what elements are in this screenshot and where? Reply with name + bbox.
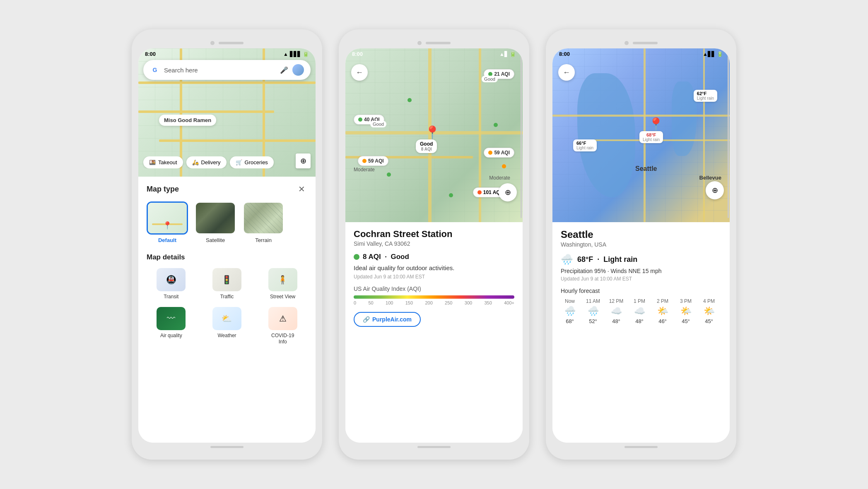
- terrain-thumb: [243, 201, 284, 235]
- close-icon: ✕: [298, 184, 305, 194]
- phone-1-top-bar: [138, 36, 316, 48]
- weather-main-row: 🌧️ 68°F · Light rain: [561, 254, 721, 265]
- phone-2-bottom-bar: [345, 443, 523, 453]
- phone-2-time: 8:00: [352, 51, 363, 57]
- hourly-4pm: 4 PM 🌤️ 45°: [700, 298, 718, 324]
- detail-air-quality[interactable]: 〰 Air quality: [147, 307, 196, 345]
- phone-2-camera: [417, 41, 422, 45]
- traffic-icon: 🚦: [222, 275, 232, 285]
- phone-3-bottom-bar: [552, 443, 730, 453]
- hourly-1pm: 1 PM ☁️ 48°: [630, 298, 649, 324]
- aqi-59-right-label: 59 AQI: [494, 150, 510, 156]
- main-weather-pin: 📍: [648, 117, 664, 132]
- map-details-grid: 🚇 Transit 🚦 Traffic 🧍: [147, 268, 307, 345]
- aqi-badge-59-left: 59 AQI: [358, 156, 388, 166]
- back-button-3[interactable]: ←: [558, 64, 575, 81]
- phone-1-speaker: [219, 42, 244, 44]
- detail-weather[interactable]: ⛅ Weather: [203, 307, 252, 345]
- close-button[interactable]: ✕: [296, 183, 307, 195]
- weather-details: Precipitation 95% · Winds NNE 15 mph: [561, 268, 721, 274]
- aqi-scale-bar: [354, 295, 514, 299]
- detail-street-view[interactable]: 🧍 Street View: [258, 268, 307, 300]
- hourly-3pm-icon: 🌤️: [680, 306, 692, 316]
- layers-button[interactable]: ⊕: [296, 153, 311, 168]
- weather-desc: Light rain: [603, 255, 637, 264]
- location-button-3[interactable]: ⊕: [706, 181, 724, 199]
- aqi-value: 8 AQI: [363, 253, 381, 261]
- hourly-forecast: Now 🌧️ 68° 11 AM 🌧️ 52° 12 PM ☁️ 4: [561, 298, 721, 324]
- panel-header: Map type ✕: [147, 183, 307, 195]
- search-bar[interactable]: G Search here 🎤: [143, 60, 311, 80]
- city-subtitle: Washington, USA: [561, 241, 721, 248]
- detail-covid[interactable]: ⚠ COVID-19 Info: [258, 307, 307, 345]
- scroll-indicator-2: [521, 53, 522, 218]
- hourly-12pm-time: 12 PM: [609, 298, 624, 304]
- phone-3-speaker: [633, 42, 658, 44]
- purpleair-label: PurpleAir.com: [372, 316, 412, 323]
- detail-traffic[interactable]: 🚦 Traffic: [203, 268, 252, 300]
- groceries-label: Groceries: [245, 159, 268, 165]
- covid-icon: ⚠: [279, 314, 287, 324]
- layers-icon: ⊕: [300, 156, 306, 165]
- main-temp-pin: 68°F Light rain: [639, 131, 663, 143]
- aqi-description: Ideal air quality for outdoor activities…: [354, 264, 514, 271]
- weather-icon: ⛅: [222, 314, 232, 324]
- phone-2-status-icons: ▲▋ 🔋: [499, 51, 516, 57]
- hourly-1pm-icon: ☁️: [634, 306, 645, 316]
- street-view-label: Street View: [270, 294, 295, 300]
- google-logo: G: [150, 65, 160, 75]
- phone-1-status-bar: 8:00 ▲ ▋▋▋ 🔋: [138, 48, 316, 60]
- aqi-label-300: 300: [465, 300, 472, 305]
- map-type-terrain[interactable]: Terrain: [243, 201, 284, 243]
- takeout-chip[interactable]: 🍱 Takeout: [143, 156, 183, 168]
- aqi-dot-40: [358, 117, 362, 122]
- hourly-2pm-time: 2 PM: [657, 298, 668, 304]
- hourly-2pm: 2 PM 🌤️ 46°: [653, 298, 672, 324]
- location-icon-3: ⊕: [712, 186, 718, 195]
- default-label: Default: [158, 237, 176, 243]
- aqi-label-350: 350: [484, 300, 492, 305]
- aqi-label-400: 400+: [504, 300, 514, 305]
- map-type-default[interactable]: 📍 Default: [147, 201, 188, 243]
- groceries-chip[interactable]: 🛒 Groceries: [230, 156, 274, 168]
- detail-transit[interactable]: 🚇 Transit: [147, 268, 196, 300]
- purpleair-link[interactable]: 🔗 PurpleAir.com: [354, 312, 421, 327]
- good-main-label: Good 8 AQI: [416, 139, 437, 153]
- delivery-chip[interactable]: 🛵 Delivery: [186, 156, 227, 168]
- back-arrow-icon-3: ←: [563, 68, 570, 77]
- bellevue-map-label: Bellevue: [699, 175, 721, 181]
- weather-info-panel: Seattle Washington, USA 🌧️ 68°F · Light …: [552, 222, 730, 443]
- phone-1-camera: [210, 41, 215, 45]
- back-button-2[interactable]: ←: [351, 64, 368, 81]
- air-quality-label: Air quality: [160, 333, 182, 339]
- hourly-2pm-icon: 🌤️: [657, 306, 668, 316]
- hourly-12pm-icon: ☁️: [611, 306, 622, 316]
- transit-label: Transit: [164, 294, 178, 300]
- phone-3-screen: 8:00 ▲▋▋ 🔋 ← 62°F Light rain: [552, 48, 730, 443]
- phone-1-bottom-bar: [138, 443, 316, 453]
- air-quality-icon: 〰: [167, 314, 175, 323]
- hourly-2pm-temp: 46°: [658, 318, 667, 324]
- user-avatar[interactable]: [292, 64, 304, 76]
- hourly-3pm: 3 PM 🌤️ 45°: [677, 298, 695, 324]
- aqi-label-100: 100: [386, 300, 393, 305]
- satellite-label: Satellite: [206, 237, 225, 243]
- aqi-info-panel: Cochran Street Station Simi Valley, CA 9…: [345, 222, 523, 443]
- location-button-2[interactable]: ⊕: [499, 183, 517, 201]
- map-type-satellite[interactable]: Satellite: [195, 201, 236, 243]
- map-place-label: Miso Good Ramen: [159, 115, 216, 126]
- aqi-dot-map-4: [449, 193, 453, 197]
- hourly-title: Hourly forecast: [561, 288, 721, 294]
- aqi-index-title: US Air Quality Index (AQI): [354, 285, 514, 292]
- phone-1-time: 8:00: [145, 51, 156, 57]
- hourly-4pm-temp: 45°: [705, 318, 713, 324]
- city-title: Seattle: [561, 229, 721, 240]
- aqi-map: 8:00 ▲▋ 🔋 ← 21 AQI: [345, 48, 523, 222]
- default-thumb: 📍: [147, 201, 188, 235]
- hourly-3pm-temp: 45°: [682, 318, 690, 324]
- phone-3-camera: [624, 41, 629, 45]
- phone-1-map: 8:00 ▲ ▋▋▋ 🔋 G Search here 🎤: [138, 48, 316, 177]
- hourly-now-temp: 68°: [566, 318, 574, 324]
- takeout-icon: 🍱: [149, 159, 156, 165]
- covid-label: COVID-19 Info: [271, 333, 294, 345]
